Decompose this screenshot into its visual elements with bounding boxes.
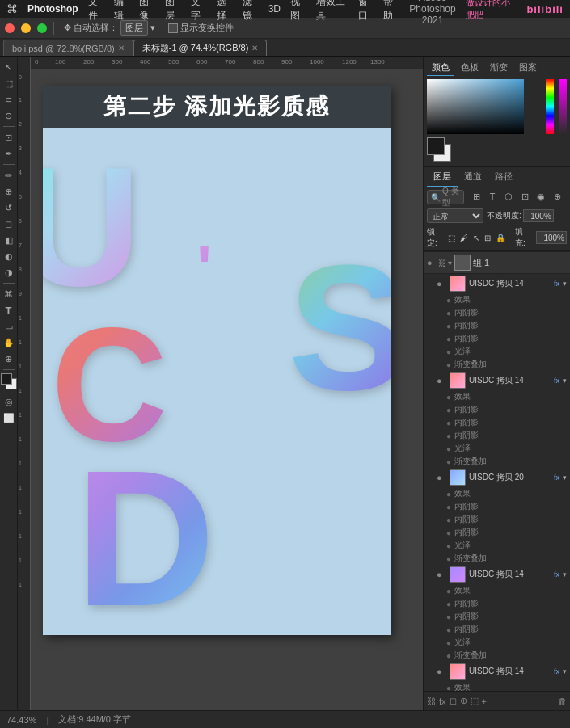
layer-type-icon-4[interactable]: ⊡ <box>518 190 531 203</box>
add-style-icon[interactable]: fx <box>439 696 446 706</box>
dodge-tool-icon[interactable]: ◑ <box>2 265 16 280</box>
layer4-fx[interactable]: fx <box>554 570 559 579</box>
layer1-expand-icon[interactable]: ▾ <box>563 280 567 288</box>
tab-gradients[interactable]: 渐变 <box>485 60 513 76</box>
eye-icon-eff[interactable]: ● <box>446 296 451 305</box>
eye-icon4-e1[interactable]: ● <box>446 600 451 608</box>
layer-type-icon-3[interactable]: ⬡ <box>502 190 515 203</box>
eye-icon2-e3[interactable]: ● <box>446 431 451 440</box>
eyedropper-icon[interactable]: ✒ <box>2 146 16 161</box>
layers-list[interactable]: ● ⛓ ▾ 组 1 ● UISDC 拷贝 14 fx ▾ ● 效果 ● 内阴影 <box>424 251 570 691</box>
lock-transparent-icon[interactable]: ⬚ <box>448 234 455 242</box>
eye-icon4-e3[interactable]: ● <box>446 625 451 634</box>
show-transform-checkbox[interactable]: 显示变换控件 <box>165 20 237 36</box>
pen-tool-icon[interactable]: ⌘ <box>2 287 16 301</box>
hue-bar[interactable] <box>546 79 554 134</box>
layer-item-2[interactable]: ● UISDC 拷贝 14 fx ▾ <box>424 371 570 390</box>
layer-type-icon-2[interactable]: T <box>486 190 499 203</box>
layer1-fx[interactable]: fx <box>554 280 559 288</box>
layer-item-4[interactable]: ● UISDC 拷贝 14 fx ▾ <box>424 565 570 584</box>
add-mask-icon[interactable]: ◻ <box>450 696 457 706</box>
tab-patterns[interactable]: 图案 <box>514 60 542 76</box>
menu-layer[interactable]: 图层 <box>165 0 181 23</box>
eye-icon-e5[interactable]: ● <box>446 360 451 369</box>
foreground-color-swatch[interactable] <box>1 373 12 385</box>
layer-group-header[interactable]: ● ⛓ ▾ 组 1 <box>424 251 570 274</box>
color-gradient[interactable] <box>427 79 524 134</box>
eye-icon3-e4[interactable]: ● <box>446 541 451 550</box>
screen-mode-icon[interactable]: ⬜ <box>2 410 16 425</box>
group-arrow-icon[interactable]: ▾ <box>448 259 452 267</box>
blend-mode-select[interactable]: 正常 <box>427 208 483 223</box>
eye-icon-e4[interactable]: ● <box>446 347 451 356</box>
filter-icon[interactable]: ⊕ <box>551 190 564 203</box>
auto-select-dropdown[interactable]: 图层 <box>120 20 148 36</box>
tab-untitled-close[interactable]: ✕ <box>251 44 258 53</box>
layers-tab-layers[interactable]: 图层 <box>427 167 458 187</box>
layer2-expand-icon[interactable]: ▾ <box>563 377 567 385</box>
delete-layer-icon[interactable]: 🗑 <box>558 696 567 706</box>
hand-tool-icon[interactable]: ✋ <box>2 335 16 350</box>
opacity-input[interactable] <box>523 209 554 222</box>
fg-color-box[interactable] <box>427 137 445 155</box>
move-tool-icon[interactable]: ↖ <box>2 60 16 74</box>
new-layer-icon[interactable]: + <box>482 696 487 706</box>
eye-icon3-e2[interactable]: ● <box>446 515 451 524</box>
layer2-eye-icon[interactable]: ● <box>437 376 446 385</box>
history-brush-icon[interactable]: ↺ <box>2 200 16 215</box>
move-tool-options[interactable]: ✥ 自动选择： 图层 ▾ <box>61 19 158 37</box>
tab-boli[interactable]: boli.psd @ 72.8%(RGB/8) ✕ <box>3 40 133 56</box>
eye-icon-e3[interactable]: ● <box>446 335 451 343</box>
eye-icon2-e4[interactable]: ● <box>446 444 451 453</box>
eye-icon-eff3[interactable]: ● <box>446 490 451 499</box>
layers-tab-paths[interactable]: 路径 <box>488 167 519 187</box>
layer5-eye-icon[interactable]: ● <box>437 667 446 676</box>
layers-tab-channels[interactable]: 通道 <box>458 167 488 187</box>
layer2-fx[interactable]: fx <box>554 377 559 385</box>
layer-item-3[interactable]: ● UISDC 拷贝 20 fx ▾ <box>424 468 570 487</box>
quick-select-icon[interactable]: ⊙ <box>2 108 16 123</box>
eye-icon3-e5[interactable]: ● <box>446 554 451 563</box>
chevron-down-icon[interactable]: ▾ <box>150 23 155 33</box>
group-eye-icon[interactable]: ● <box>427 258 437 267</box>
menu-help[interactable]: 帮助 <box>383 0 399 23</box>
lock-artboard-icon[interactable]: ⊞ <box>484 234 491 242</box>
traffic-light-yellow[interactable] <box>21 23 31 33</box>
layer4-expand-icon[interactable]: ▾ <box>563 570 567 579</box>
eye-icon2-e2[interactable]: ● <box>446 419 451 427</box>
menu-plugins[interactable]: 增效工具 <box>316 0 348 23</box>
tab-boli-close[interactable]: ✕ <box>118 44 125 53</box>
menu-view[interactable]: 视图 <box>290 0 306 23</box>
eye-icon4-e2[interactable]: ● <box>446 612 451 621</box>
new-adjustment-icon[interactable]: ⊕ <box>460 696 467 706</box>
layer3-expand-icon[interactable]: ▾ <box>563 473 567 482</box>
eye-icon4-e4[interactable]: ● <box>446 638 451 647</box>
layer5-expand-icon[interactable]: ▾ <box>563 667 567 675</box>
apple-logo-icon[interactable]: ⌘ <box>6 2 18 15</box>
tab-untitled[interactable]: 未标题-1 @ 74.4%(RGB/8) ✕ <box>133 40 268 56</box>
layers-search-box[interactable]: 🔍 Q 类型 <box>427 190 464 204</box>
eye-icon3-e1[interactable]: ● <box>446 503 451 511</box>
tab-color[interactable]: 颜色 <box>427 60 454 76</box>
lock-all-icon[interactable]: 🔒 <box>496 234 505 242</box>
link-layers-icon[interactable]: ⛓ <box>427 696 436 706</box>
eye-icon-eff2[interactable]: ● <box>446 393 451 402</box>
eye-icon-eff5[interactable]: ● <box>446 684 451 692</box>
menu-text[interactable]: 文字 <box>191 0 207 23</box>
fill-input[interactable] <box>536 231 567 244</box>
layer-item-1[interactable]: ● UISDC 拷贝 14 fx ▾ <box>424 274 570 293</box>
zoom-tool-icon[interactable]: ⊕ <box>2 351 16 366</box>
layer4-eye-icon[interactable]: ● <box>437 570 446 579</box>
layer3-eye-icon[interactable]: ● <box>437 473 446 482</box>
new-group-icon[interactable]: ⬚ <box>471 696 479 706</box>
menu-filter[interactable]: 滤镜 <box>243 0 259 23</box>
quick-mask-icon[interactable]: ◎ <box>2 394 16 409</box>
opacity-bar[interactable] <box>559 79 567 134</box>
color-picker-area[interactable] <box>427 79 567 134</box>
layer5-fx[interactable]: fx <box>554 667 559 675</box>
selection-tool-icon[interactable]: ⬚ <box>2 76 16 90</box>
menu-select[interactable]: 选择 <box>217 0 233 23</box>
lock-paint-icon[interactable]: 🖌 <box>460 234 468 242</box>
layer-item-5[interactable]: ● UISDC 拷贝 14 fx ▾ <box>424 662 570 681</box>
crop-tool-icon[interactable]: ⊡ <box>2 130 16 145</box>
